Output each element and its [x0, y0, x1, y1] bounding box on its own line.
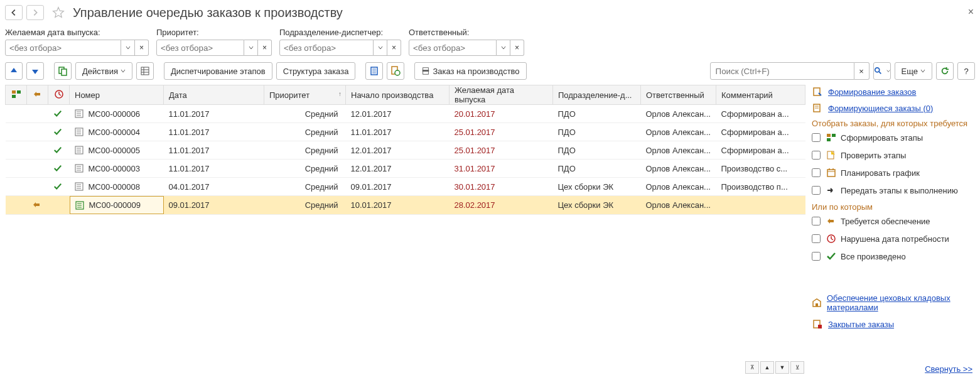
col-supply-icon[interactable] [27, 85, 48, 105]
filter-responsible-dropdown[interactable] [497, 40, 510, 56]
nav-forward-button[interactable] [26, 5, 44, 20]
col-dept[interactable]: Подразделение-д... [553, 85, 641, 105]
help-button[interactable]: ? [957, 62, 975, 80]
filter-release-date-dropdown[interactable] [121, 40, 135, 56]
grid-config-button[interactable] [136, 62, 154, 80]
chk-plan-schedule[interactable] [812, 168, 821, 177]
table-row[interactable]: МС00-00000411.01.2017Средний11.01.201725… [6, 123, 805, 141]
form-orders-link[interactable]: Формирование заказов [828, 87, 916, 97]
filter-department-input[interactable] [279, 40, 374, 56]
collapse-sidebar-link[interactable]: Свернуть >> [925, 364, 972, 374]
chk-supply-needed[interactable] [812, 217, 821, 225]
cell-date: 11.01.2017 [164, 123, 264, 141]
col-date[interactable]: Дата [164, 85, 264, 105]
cell-resp: Орлов Алексан... [641, 105, 716, 123]
warehouse-supply-link[interactable]: Обеспечение цеховых кладовых материалами [827, 293, 975, 312]
filter-responsible-input[interactable] [409, 40, 497, 56]
svg-point-14 [875, 68, 879, 72]
cell-dept: ПДО [553, 160, 641, 178]
col-start[interactable]: Начало производства [346, 85, 450, 105]
svg-rect-61 [816, 303, 818, 307]
table-row[interactable]: МС00-00000804.01.2017Средний09.01.201730… [6, 178, 805, 196]
refresh-button[interactable] [936, 62, 954, 80]
table-row[interactable]: МС00-00000511.01.2017Средний12.01.201725… [6, 141, 805, 160]
cell-start: 09.01.2017 [346, 178, 450, 196]
filter-department-clear[interactable]: × [387, 40, 401, 56]
chk-pass-stages[interactable] [812, 186, 821, 195]
cell-resp: Орлов Алексан... [641, 160, 716, 178]
forming-orders-link[interactable]: Формирующиеся заказы (0) [828, 104, 933, 113]
svg-rect-13 [423, 70, 429, 72]
svg-rect-63 [818, 325, 822, 328]
col-number[interactable]: Номер [70, 85, 164, 105]
cell-number: МС00-000008 [70, 178, 164, 196]
favorite-star-icon[interactable] [51, 6, 65, 19]
chk-all-produced[interactable] [812, 252, 821, 261]
cell-supply-icon [27, 141, 48, 160]
cell-priority: Средний [264, 141, 346, 160]
filter-release-date-clear[interactable]: × [135, 40, 149, 56]
search-clear[interactable]: × [854, 62, 870, 80]
col-priority[interactable]: Приоритет↑ [264, 85, 346, 105]
dispatch-stages-button[interactable]: Диспетчирование этапов [164, 62, 272, 80]
cell-dept: ПДО [553, 105, 641, 123]
search-input[interactable] [710, 62, 854, 80]
filter-release-date-input[interactable] [5, 40, 121, 56]
cell-date: 04.01.2017 [164, 178, 264, 196]
table-row[interactable]: МС00-00000909.01.2017Средний10.01.201728… [6, 196, 805, 215]
col-desired[interactable]: Желаемая дата выпуска [450, 85, 553, 105]
closed-orders-link[interactable]: Закрытые заказы [828, 320, 894, 329]
cell-priority: Средний [264, 105, 346, 123]
cell-desired: 30.01.2017 [450, 178, 553, 196]
search-dropdown-button[interactable] [873, 62, 891, 80]
cell-priority: Средний [264, 160, 346, 178]
chk-date-violated[interactable] [812, 234, 821, 243]
cell-date: 09.01.2017 [164, 196, 264, 215]
cell-supply-icon [27, 105, 48, 123]
filter-department-dropdown[interactable] [374, 40, 387, 56]
table-nav-up[interactable]: ▲ [760, 361, 774, 374]
filter-priority-dropdown[interactable] [244, 40, 258, 56]
table-row[interactable]: МС00-00000311.01.2017Средний12.01.201731… [6, 160, 805, 178]
svg-rect-52 [827, 138, 831, 141]
col-resp[interactable]: Ответственный [641, 85, 716, 105]
svg-rect-2 [141, 67, 149, 75]
table-nav-down[interactable]: ▼ [775, 361, 789, 374]
copy-button[interactable] [54, 62, 72, 80]
cell-priority: Средний [264, 196, 346, 215]
cell-number: МС00-000009 [70, 196, 164, 214]
report-button[interactable] [365, 62, 383, 80]
col-violation-icon[interactable] [48, 85, 70, 105]
filter-release-date-label: Желаемая дата выпуска: [5, 28, 149, 37]
move-up-button[interactable] [5, 62, 23, 80]
sidebar-heading-filter: Отобрать заказы, для которых требуется [812, 119, 975, 128]
form-orders-icon [812, 86, 823, 97]
document-button[interactable] [387, 62, 404, 80]
filter-priority-input[interactable] [156, 40, 244, 56]
table-nav-last[interactable]: ⊻ [790, 361, 804, 374]
cell-start: 11.01.2017 [346, 123, 450, 141]
cell-comment: Производство с... [716, 160, 805, 178]
chk-form-stages[interactable] [812, 133, 821, 142]
cell-comment: Производство п... [716, 178, 805, 196]
close-button[interactable]: × [968, 6, 974, 18]
table-nav-first[interactable]: ⊼ [745, 361, 759, 374]
col-comment[interactable]: Комментарий [716, 85, 805, 105]
order-structure-button[interactable]: Структура заказа [276, 62, 356, 80]
table-row[interactable]: МС00-00000611.01.2017Средний12.01.201720… [6, 105, 805, 123]
cell-resp: Орлов Алексан... [641, 196, 716, 215]
svg-rect-17 [17, 90, 21, 94]
cell-status-icon [48, 141, 70, 160]
more-button[interactable]: Еще [895, 62, 932, 80]
filter-responsible-label: Ответственный: [409, 28, 524, 37]
warehouse-supply-icon [812, 297, 822, 308]
filter-priority-clear[interactable]: × [258, 40, 272, 56]
col-form-stages-icon[interactable] [6, 85, 27, 105]
filter-responsible-clear[interactable]: × [510, 40, 524, 56]
nav-back-button[interactable] [5, 5, 23, 20]
chk-check-stages[interactable] [812, 151, 821, 160]
move-down-button[interactable] [26, 62, 44, 80]
production-order-button[interactable]: Заказ на производство [414, 62, 526, 80]
actions-button[interactable]: Действия [75, 62, 132, 80]
svg-rect-16 [12, 90, 16, 94]
